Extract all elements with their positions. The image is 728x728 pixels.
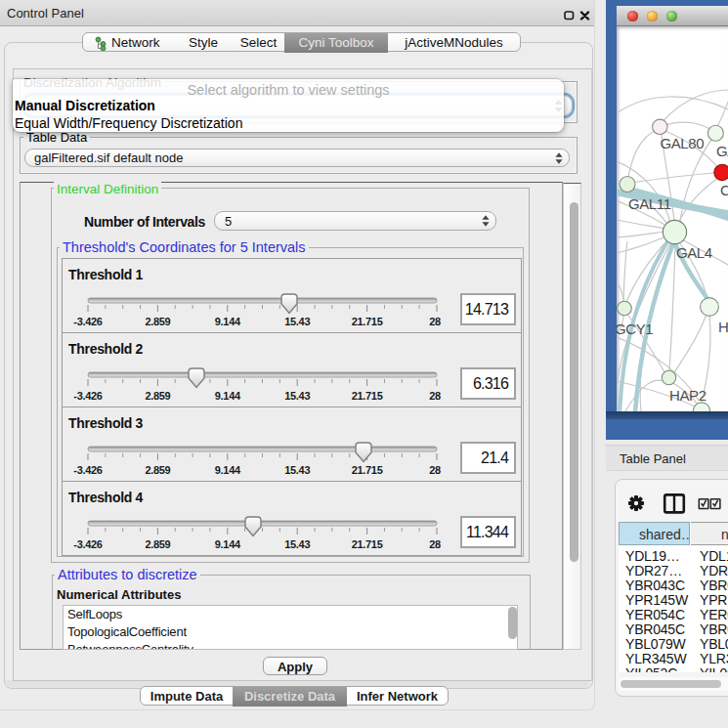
svg-text:GAL80: GAL80 [661,135,705,151]
svg-text:GA: GA [716,143,728,159]
svg-text:-3.426: -3.426 [73,316,103,327]
svg-text:28: 28 [429,538,441,550]
svg-text:C: C [720,182,728,198]
svg-text:9.144: 9.144 [215,390,241,402]
svg-text:2.859: 2.859 [145,390,170,402]
svg-text:-3.426: -3.426 [73,390,103,402]
svg-text:21.715: 21.715 [352,316,383,327]
svg-text:28: 28 [429,464,441,476]
svg-text:15.43: 15.43 [284,316,310,327]
svg-text:HI: HI [718,319,728,335]
svg-text:GAL11: GAL11 [628,195,671,212]
svg-text:28: 28 [429,316,441,327]
svg-text:15.43: 15.43 [284,390,310,402]
svg-text:GAL4: GAL4 [676,244,712,261]
svg-text:21.715: 21.715 [352,390,383,402]
svg-text:9.144: 9.144 [215,316,241,327]
svg-text:2.859: 2.859 [145,316,170,327]
svg-text:HAP2: HAP2 [669,387,707,404]
svg-text:-3.426: -3.426 [73,464,103,476]
svg-text:15.43: 15.43 [284,464,310,476]
svg-text:2.859: 2.859 [145,538,170,550]
svg-text:15.43: 15.43 [284,538,310,550]
svg-text:21.715: 21.715 [352,538,383,550]
svg-text:21.715: 21.715 [352,464,383,476]
svg-text:GCY1: GCY1 [617,321,653,337]
svg-text:-3.426: -3.426 [73,538,103,550]
svg-text:9.144: 9.144 [215,538,241,550]
svg-text:2.859: 2.859 [145,464,170,476]
svg-text:9.144: 9.144 [215,464,241,476]
svg-text:28: 28 [429,390,441,402]
